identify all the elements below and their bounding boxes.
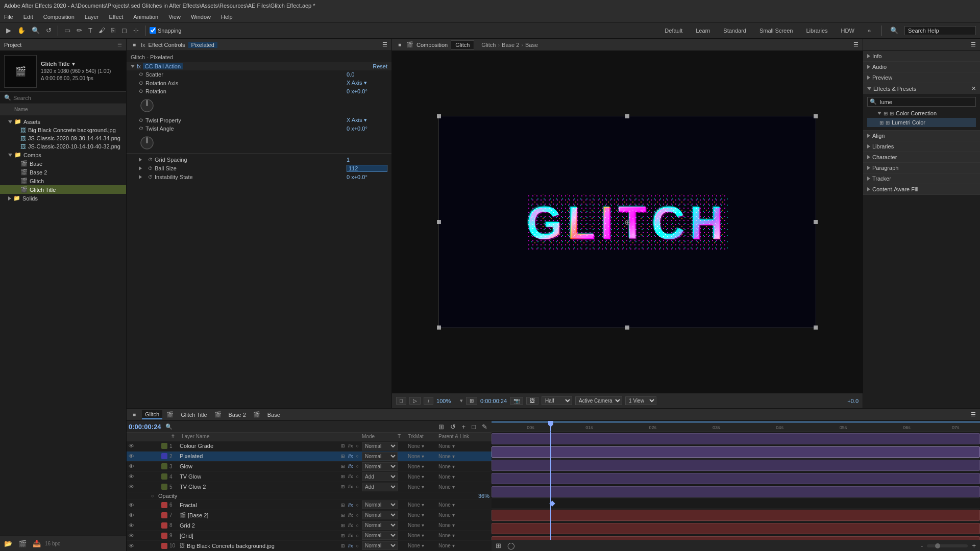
section-character-header[interactable]: Character xyxy=(863,152,980,162)
ec-twist-angle-row[interactable]: ⏱ Twist Angle 0 x+0.0° xyxy=(127,124,391,133)
timeline-tab-base[interactable]: Base xyxy=(264,411,283,419)
timeline-tab-base2[interactable]: Base 2 xyxy=(226,411,249,419)
menu-file[interactable]: File xyxy=(2,13,15,21)
tool-paint[interactable]: 🖌 xyxy=(96,26,107,35)
right-panel-menu[interactable]: ☰ xyxy=(971,41,976,48)
handle-tl[interactable] xyxy=(437,114,441,118)
comp-item-base2[interactable]: 🎬 Base 2 xyxy=(0,168,126,177)
tool-arrow[interactable]: ▶ xyxy=(4,26,13,35)
timeline-ruler[interactable]: 00s 01s 02s 03s 04s 05s 06s 07s xyxy=(492,421,980,432)
menu-view[interactable]: View xyxy=(166,13,183,21)
twist-angle-stopwatch[interactable]: ⏱ xyxy=(139,126,143,131)
color-correction-category[interactable]: ⊞ ⊞ Color Correction xyxy=(867,109,976,118)
layer-7-mode[interactable]: Normal xyxy=(362,511,398,519)
timeline-panel-btn[interactable]: ■ xyxy=(131,411,138,418)
lumetri-color-item[interactable]: ⊞ ⊞ Lumetri Color xyxy=(867,118,976,127)
new-folder-btn[interactable]: 📂 xyxy=(2,539,14,548)
new-comp-btn[interactable]: 🎬 xyxy=(16,539,29,548)
workspace-standard[interactable]: Standard xyxy=(719,26,751,35)
layer-3-mode[interactable]: Normal xyxy=(362,462,398,471)
layer-5-parent[interactable]: None ▾ xyxy=(438,484,489,490)
tool-text[interactable]: T xyxy=(86,26,94,35)
project-panel-menu[interactable]: ☰ xyxy=(117,42,122,47)
layer-3-vis[interactable]: 👁 xyxy=(129,463,137,469)
timeline-tab-glitch-title[interactable]: Glitch Title xyxy=(178,411,210,419)
comp-snapshot-btn[interactable]: 📷 xyxy=(510,397,523,405)
comp-name-tab[interactable]: Glitch xyxy=(451,40,474,49)
tl-tool-2[interactable]: ↺ xyxy=(448,422,458,432)
layer-row-1[interactable]: 👁 1 Colour Grade ⊞ /fx ○ Normal xyxy=(127,441,492,452)
ball-expand[interactable] xyxy=(139,165,146,171)
breadcrumb-base[interactable]: Base xyxy=(525,42,538,48)
comp-item-glitch-title[interactable]: 🎬 Glitch Title xyxy=(0,185,126,194)
layer-5-trkmat[interactable]: None ▾ xyxy=(408,484,438,490)
comp-view-select[interactable]: 1 View 2 Views 4 Views xyxy=(625,396,656,405)
section-caf-header[interactable]: Content-Aware Fill xyxy=(863,184,980,194)
comp-timecode[interactable]: 0:00:00:24 xyxy=(480,398,507,404)
tl-tool-1[interactable]: ⊞ xyxy=(436,422,446,432)
layer-5-vis[interactable]: 👁 xyxy=(129,484,137,490)
handle-mr[interactable] xyxy=(814,220,818,224)
layer-3-parent-btn[interactable]: ⊞ xyxy=(340,464,346,469)
layer-row-3[interactable]: 👁 3 Glow ⊞ /fx ○ Normal xyxy=(127,462,492,472)
tl-tool-5[interactable]: ✎ xyxy=(480,422,489,432)
project-search-input[interactable] xyxy=(13,95,124,101)
layer-2-vis[interactable]: 👁 xyxy=(129,453,137,459)
instability-value[interactable]: 0 x+0.0° xyxy=(347,174,387,180)
comp-preview-btn[interactable]: ▷ xyxy=(409,397,421,405)
folder-solids[interactable]: 📁 Solids xyxy=(0,194,126,203)
layer-8-parent-btn[interactable]: ⊞ xyxy=(340,523,346,528)
track-bar-6[interactable] xyxy=(492,510,980,521)
timeline-current-time[interactable]: 0:00:00:24 xyxy=(129,423,161,431)
layer-9-vis[interactable]: 👁 xyxy=(129,533,137,539)
layer-2-trkmat[interactable]: None ▾ xyxy=(408,454,438,459)
workspace-more[interactable]: » xyxy=(863,26,875,35)
ec-ball-size-row[interactable]: ⏱ Ball Size 112 xyxy=(127,164,391,173)
layer-10-mode[interactable]: Normal xyxy=(362,541,398,550)
section-audio-header[interactable]: Audio xyxy=(863,62,980,72)
layer-10-blur-btn[interactable]: ○ xyxy=(355,543,360,548)
layer-9-parent[interactable]: None ▾ xyxy=(438,533,489,538)
effects-search-bar[interactable]: 🔍 xyxy=(867,97,976,107)
comp-show-snapshot-btn[interactable]: 🖼 xyxy=(526,397,538,405)
layer-9-trkmat[interactable]: None ▾ xyxy=(408,533,438,538)
ec-rotation-axis-row[interactable]: ⏱ Rotation Axis X Axis ▾ xyxy=(127,79,391,87)
layer-1-parent[interactable]: None ▾ xyxy=(438,443,489,449)
layer-10-parent[interactable]: None ▾ xyxy=(438,543,489,548)
layer-9-mode[interactable]: Normal xyxy=(362,531,398,540)
layer-1-parent-btn[interactable]: ⊞ xyxy=(340,443,346,448)
grid-spacing-value[interactable]: 1 xyxy=(347,157,387,163)
scatter-value[interactable]: 0.0 xyxy=(347,71,387,78)
ec-panel-btn[interactable]: ■ xyxy=(131,41,138,48)
layer-4-trkmat[interactable]: None ▾ xyxy=(408,474,438,480)
layer-10-trkmat[interactable]: None ▾ xyxy=(408,543,438,548)
comp-quality-select[interactable]: Half Full Third Quarter xyxy=(542,396,572,405)
layer-row-4[interactable]: 👁 4 TV Glow ⊞ /fx ○ Add xyxy=(127,472,492,482)
layer-row-2[interactable]: 👁 2 Pixelated ⊞ /fx ○ Normal xyxy=(127,452,492,462)
instability-expand[interactable] xyxy=(139,174,146,180)
tl-zoom-slider[interactable] xyxy=(927,544,968,547)
menu-animation[interactable]: Animation xyxy=(131,13,160,21)
comp-panel-btn[interactable]: ■ xyxy=(396,41,403,48)
snapping-checkbox[interactable] xyxy=(150,27,156,34)
opacity-value[interactable]: 36% xyxy=(478,493,489,499)
effects-close-icon[interactable]: ✕ xyxy=(971,85,976,92)
tool-clone[interactable]: ⎘ xyxy=(109,26,117,35)
tl-zoom-thumb[interactable] xyxy=(935,543,940,548)
workspace-small-screen[interactable]: Small Screen xyxy=(755,26,797,35)
effect-title-cc-ball[interactable]: fx CC Ball Action Reset xyxy=(127,62,391,70)
timeline-panel-menu[interactable]: ☰ xyxy=(971,411,976,418)
layer-6-mode[interactable]: Normal xyxy=(362,500,398,509)
section-paragraph-header[interactable]: Paragraph xyxy=(863,163,980,173)
layer-1-vis[interactable]: 👁 xyxy=(129,443,137,449)
preview-dropdown-icon[interactable]: ▾ xyxy=(72,60,75,68)
handle-bl[interactable] xyxy=(437,325,441,330)
ec-grid-spacing-row[interactable]: ⏱ Grid Spacing 1 xyxy=(127,156,391,164)
file-item-0[interactable]: 🖼 Big Black Concrete background.jpg xyxy=(0,126,126,134)
layer-5-mode[interactable]: Add xyxy=(362,483,398,491)
layer-row-9[interactable]: 👁 9 [Grid] ⊞ /fx ○ Normal xyxy=(127,531,492,541)
handle-bm[interactable] xyxy=(625,325,629,330)
tl-zoom-out[interactable]: - xyxy=(919,541,925,550)
comp-zoom-value[interactable]: 100% xyxy=(436,398,457,404)
rotation-value[interactable]: 0 x+0.0° xyxy=(347,88,387,94)
